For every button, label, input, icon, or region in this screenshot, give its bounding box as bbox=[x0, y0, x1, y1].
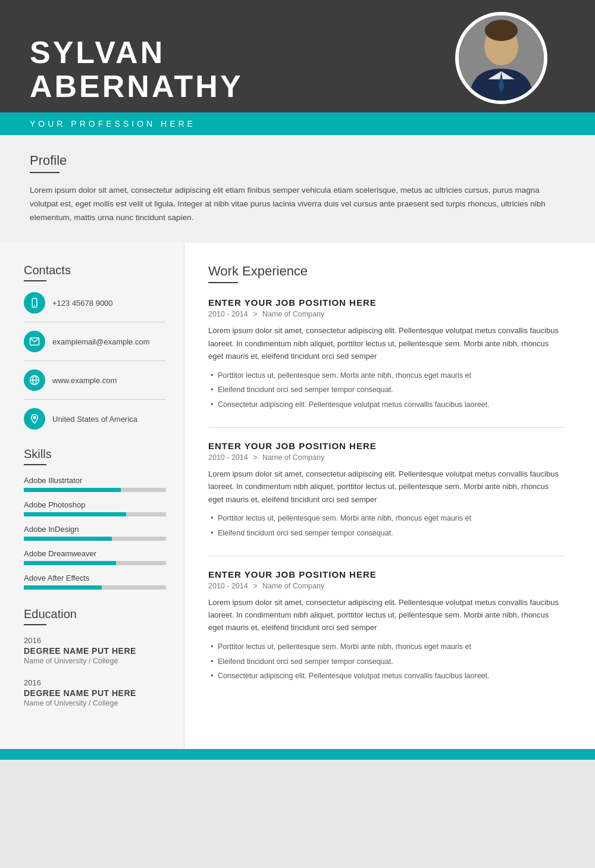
work-bullets-1: Porttitor lectus ut, pellentesque sem. M… bbox=[208, 513, 565, 539]
web-text: www.example.com bbox=[52, 376, 117, 385]
arrow-1: > bbox=[253, 453, 259, 462]
skill-bar-bg-0 bbox=[24, 488, 166, 492]
profession-label: YOUR PROFESSION HERE bbox=[30, 119, 196, 129]
skills-underline bbox=[24, 464, 46, 465]
right-column: Work Experience ENTER YOUR JOB POSITION … bbox=[184, 243, 595, 749]
work-experience-underline bbox=[208, 282, 238, 283]
bullet-0-1: Eleifend tincidunt orci sed semper tempo… bbox=[208, 384, 565, 396]
footer-bar bbox=[0, 749, 595, 760]
work-item-1: ENTER YOUR JOB POSITION HERE 2010 - 2014… bbox=[208, 441, 565, 539]
bullet-2-1: Eleifend tincidunt orci sed semper tempo… bbox=[208, 656, 565, 668]
skill-bar-bg-1 bbox=[24, 512, 166, 516]
skill-dreamweaver: Adobe Dreamweaver bbox=[24, 549, 166, 565]
divider-1 bbox=[24, 322, 166, 322]
phone-icon bbox=[24, 292, 45, 314]
education-section: Education 2016 DEGREE NAME PUT HERE Name… bbox=[24, 607, 166, 707]
profile-text: Lorem ipsum dolor sit amet, consectetur … bbox=[30, 184, 565, 225]
email-text: examplemail@example.com bbox=[52, 337, 149, 346]
skills-section: Skills Adobe Illustrtator Adobe Photosho… bbox=[24, 447, 166, 590]
bullet-2-2: Consectetur adipiscing elit. Pellentesqu… bbox=[208, 670, 565, 682]
location-icon bbox=[24, 408, 45, 430]
resume-container: SYLVAN ABERNATHY YOUR PROFESSION HERE bbox=[0, 0, 595, 760]
edu-item-1: 2016 DEGREE NAME PUT HERE Name of Univer… bbox=[24, 678, 166, 707]
email-icon bbox=[24, 331, 45, 352]
education-title: Education bbox=[24, 607, 166, 621]
work-meta-0: 2010 - 2014 > Name of Company bbox=[208, 310, 565, 318]
profession-bar: YOUR PROFESSION HERE bbox=[0, 112, 595, 135]
work-bullets-2: Porttitor lectus ut, pellentesque sem. M… bbox=[208, 641, 565, 682]
skill-bar-bg-2 bbox=[24, 537, 166, 541]
work-period-0: 2010 - 2014 bbox=[208, 310, 248, 318]
bullet-2-0: Porttitor lectus ut, pellentesque sem. M… bbox=[208, 641, 565, 653]
contact-email: examplemail@example.com bbox=[24, 331, 166, 352]
work-period-2: 2010 - 2014 bbox=[208, 582, 248, 590]
profile-section: Profile Lorem ipsum dolor sit amet, cons… bbox=[0, 135, 595, 243]
profile-underline bbox=[30, 172, 60, 173]
skill-bar-fill-4 bbox=[24, 585, 102, 590]
edu-year-1: 2016 bbox=[24, 678, 166, 687]
work-desc-1: Lorem ipsum dolor sit amet, consectetur … bbox=[208, 468, 565, 506]
work-divider-1 bbox=[208, 556, 565, 556]
skill-illustrator: Adobe Illustrtator bbox=[24, 476, 166, 492]
education-underline bbox=[24, 624, 46, 625]
web-icon bbox=[24, 369, 45, 391]
skill-label-4: Adove After Effects bbox=[24, 574, 166, 582]
main-body: Contacts +123 45678 9000 bbox=[0, 243, 595, 749]
work-desc-2: Lorem ipsum dolor sit amet, consectetur … bbox=[208, 596, 565, 634]
contacts-title: Contacts bbox=[24, 264, 166, 277]
work-period-1: 2010 - 2014 bbox=[208, 453, 248, 462]
contact-phone: +123 45678 9000 bbox=[24, 292, 166, 314]
contacts-section: Contacts +123 45678 9000 bbox=[24, 264, 166, 430]
svg-point-10 bbox=[33, 416, 36, 419]
skill-bar-bg-4 bbox=[24, 585, 166, 590]
edu-institution-1: Name of University / College bbox=[24, 699, 166, 707]
location-text: United States of America bbox=[52, 415, 137, 424]
svg-point-5 bbox=[34, 305, 35, 306]
edu-degree-0: DEGREE NAME PUT HERE bbox=[24, 646, 166, 656]
arrow-0: > bbox=[253, 310, 259, 318]
left-column: Contacts +123 45678 9000 bbox=[0, 243, 184, 749]
edu-item-0: 2016 DEGREE NAME PUT HERE Name of Univer… bbox=[24, 636, 166, 665]
work-experience-title: Work Experience bbox=[208, 264, 565, 279]
contacts-underline bbox=[24, 280, 46, 281]
edu-degree-1: DEGREE NAME PUT HERE bbox=[24, 688, 166, 698]
divider-3 bbox=[24, 399, 166, 400]
work-meta-1: 2010 - 2014 > Name of Company bbox=[208, 453, 565, 462]
skill-label-3: Adobe Dreamweaver bbox=[24, 549, 166, 558]
phone-text: +123 45678 9000 bbox=[52, 299, 113, 308]
work-company-0: Name of Company bbox=[262, 310, 324, 318]
skills-title: Skills bbox=[24, 447, 166, 461]
job-title-2: ENTER YOUR JOB POSITION HERE bbox=[208, 569, 565, 579]
skill-bar-fill-2 bbox=[24, 537, 112, 541]
contact-location: United States of America bbox=[24, 408, 166, 430]
work-bullets-0: Porttitor lectus ut, pellentesque sem. M… bbox=[208, 370, 565, 411]
skill-label-0: Adobe Illustrtator bbox=[24, 476, 166, 485]
bullet-0-0: Porttitor lectus ut, pellentesque sem. M… bbox=[208, 370, 565, 381]
bullet-1-1: Eleifend tincidunt orci sed semper tempo… bbox=[208, 528, 565, 539]
contact-web: www.example.com bbox=[24, 369, 166, 391]
skill-bar-fill-1 bbox=[24, 512, 126, 516]
job-title-0: ENTER YOUR JOB POSITION HERE bbox=[208, 297, 565, 308]
skill-photoshop: Adobe Photoshop bbox=[24, 500, 166, 516]
profile-photo bbox=[455, 12, 547, 104]
work-divider-0 bbox=[208, 427, 565, 428]
work-item-2: ENTER YOUR JOB POSITION HERE 2010 - 2014… bbox=[208, 569, 565, 682]
skill-bar-fill-3 bbox=[24, 561, 116, 565]
work-item-0: ENTER YOUR JOB POSITION HERE 2010 - 2014… bbox=[208, 297, 565, 411]
skill-label-2: Adobe InDesign bbox=[24, 525, 166, 534]
skill-label-1: Adobe Photoshop bbox=[24, 500, 166, 509]
work-meta-2: 2010 - 2014 > Name of Company bbox=[208, 582, 565, 590]
header-section: SYLVAN ABERNATHY YOUR PROFESSION HERE bbox=[0, 0, 595, 135]
skill-bar-bg-3 bbox=[24, 561, 166, 565]
arrow-2: > bbox=[253, 582, 259, 590]
edu-institution-0: Name of University / College bbox=[24, 657, 166, 665]
divider-2 bbox=[24, 361, 166, 361]
work-desc-0: Lorem ipsum dolor sit amet, consectetur … bbox=[208, 324, 565, 362]
work-company-2: Name of Company bbox=[262, 582, 324, 590]
skill-bar-fill-0 bbox=[24, 488, 121, 492]
bullet-1-0: Porttitor lectus ut, pellentesque sem. M… bbox=[208, 513, 565, 524]
bullet-0-2: Consectetur adipiscing elit. Pellentesqu… bbox=[208, 399, 565, 411]
job-title-1: ENTER YOUR JOB POSITION HERE bbox=[208, 441, 565, 451]
svg-point-3 bbox=[485, 20, 518, 41]
skill-indesign: Adobe InDesign bbox=[24, 525, 166, 541]
